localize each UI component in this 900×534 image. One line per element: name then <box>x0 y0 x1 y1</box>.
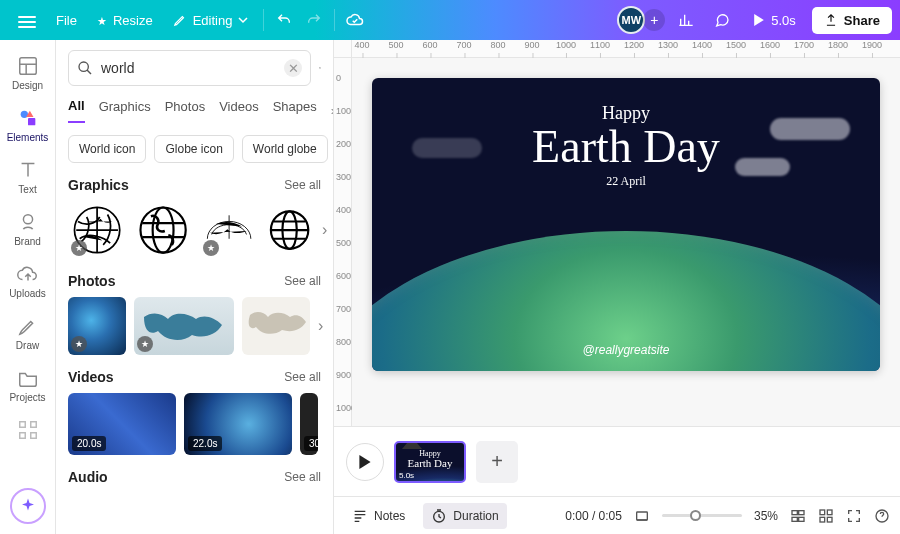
search-icon <box>77 60 93 76</box>
duration-button[interactable]: Duration <box>423 503 506 529</box>
slide-text-line2[interactable]: Earth Day <box>372 124 880 170</box>
rail-elements[interactable]: Elements <box>0 100 55 150</box>
menu-button[interactable] <box>8 7 46 33</box>
editing-mode-button[interactable]: Editing <box>163 7 259 34</box>
file-menu[interactable]: File <box>46 7 87 34</box>
canvas-stage[interactable]: Happy Earth Day 22 April @reallygreatsit… <box>352 58 900 426</box>
tab-photos[interactable]: Photos <box>165 99 205 122</box>
rail-brand[interactable]: Brand <box>0 204 55 254</box>
rail-uploads[interactable]: Uploads <box>0 256 55 306</box>
graphic-item[interactable] <box>266 201 314 259</box>
rail-apps[interactable] <box>0 412 55 448</box>
section-photos-title: Photos <box>68 273 115 289</box>
svg-rect-22 <box>799 517 804 521</box>
help-icon[interactable] <box>874 508 890 524</box>
premium-badge-icon: ★ <box>71 336 87 352</box>
search-box[interactable]: ✕ <box>68 50 311 86</box>
world-map-light-icon <box>242 297 310 355</box>
analytics-button[interactable] <box>671 5 701 35</box>
rail-draw[interactable]: Draw <box>0 308 55 358</box>
clock-icon <box>431 508 447 524</box>
video-item[interactable]: 22.0s <box>184 393 292 455</box>
notes-button[interactable]: Notes <box>344 503 413 529</box>
cloud-sync-button[interactable] <box>340 5 370 35</box>
zoom-slider[interactable] <box>662 514 742 517</box>
upload-icon <box>824 13 838 27</box>
svg-point-3 <box>23 215 32 224</box>
timeline-clip[interactable]: Happy Earth Day 5.0s <box>394 441 466 483</box>
graphic-item[interactable]: ★ <box>200 201 258 259</box>
add-collaborator-button[interactable]: + <box>643 9 665 31</box>
chip-globe-icon[interactable]: Globe icon <box>154 135 233 163</box>
rail-text[interactable]: Text <box>0 152 55 202</box>
add-page-button[interactable]: + <box>476 441 518 483</box>
clear-search-button[interactable]: ✕ <box>284 59 302 77</box>
user-avatar[interactable]: MW <box>617 6 645 34</box>
grid-view-icon[interactable] <box>790 508 806 524</box>
video-item[interactable]: 20.0s <box>68 393 176 455</box>
undo-button[interactable] <box>269 5 299 35</box>
audio-see-all[interactable]: See all <box>284 470 321 484</box>
bottom-bar: Notes Duration 0:00 / 0:05 35% <box>334 496 900 534</box>
notes-icon <box>352 508 368 524</box>
present-button[interactable]: 5.0s <box>743 8 806 33</box>
pencil-icon <box>173 13 187 27</box>
timeline-play-button[interactable] <box>346 443 384 481</box>
svg-rect-2 <box>28 118 35 125</box>
rail-design[interactable]: Design <box>0 48 55 98</box>
tab-graphics[interactable]: Graphics <box>99 99 151 122</box>
video-item[interactable]: 30 <box>300 393 318 455</box>
zoom-value: 35% <box>754 509 778 523</box>
timeline: Happy Earth Day 5.0s + <box>334 426 900 496</box>
pages-icon[interactable] <box>634 508 650 524</box>
photo-item[interactable]: ★ <box>68 297 126 355</box>
photos-scroll-right[interactable]: › <box>318 317 323 335</box>
draw-icon <box>17 315 39 337</box>
slide-text-line3[interactable]: 22 April <box>372 174 880 189</box>
tab-videos[interactable]: Videos <box>219 99 259 122</box>
filter-icon[interactable] <box>319 57 321 79</box>
resize-button[interactable]: Resize <box>87 7 163 34</box>
apps-icon <box>17 419 39 441</box>
photo-item[interactable]: ★ <box>134 297 234 355</box>
svg-rect-24 <box>827 510 832 515</box>
photo-item[interactable] <box>242 297 310 355</box>
premium-badge-icon: ★ <box>203 240 219 256</box>
ruler-horizontal: 4005006007008009001000110012001300140015… <box>352 40 900 58</box>
graphics-scroll-right[interactable]: › <box>322 221 327 239</box>
suggestion-chips: World icon Globe icon World globe › <box>68 135 321 163</box>
video-duration: 30 <box>304 436 318 451</box>
svg-rect-20 <box>799 510 804 514</box>
photos-see-all[interactable]: See all <box>284 274 321 288</box>
globe-outline-icon <box>137 204 189 256</box>
cloud-check-icon <box>346 11 364 29</box>
canvas-area: 4005006007008009001000110012001300140015… <box>334 40 900 534</box>
graphic-item[interactable]: ★ <box>68 201 126 259</box>
chevron-down-icon <box>238 15 248 25</box>
rail-projects[interactable]: Projects <box>0 360 55 410</box>
videos-see-all[interactable]: See all <box>284 370 321 384</box>
svg-rect-26 <box>827 517 832 522</box>
chip-world-icon[interactable]: World icon <box>68 135 146 163</box>
tab-all[interactable]: All <box>68 98 85 123</box>
section-videos-title: Videos <box>68 369 114 385</box>
magic-button[interactable] <box>10 488 46 524</box>
slide[interactable]: Happy Earth Day 22 April @reallygreatsit… <box>372 78 880 371</box>
slide-handle-text[interactable]: @reallygreatsite <box>372 343 880 357</box>
fullscreen-icon[interactable] <box>846 508 862 524</box>
svg-rect-21 <box>792 517 797 521</box>
share-button[interactable]: Share <box>812 7 892 34</box>
graphics-see-all[interactable]: See all <box>284 178 321 192</box>
video-duration: 20.0s <box>72 436 106 451</box>
brand-icon <box>17 211 39 233</box>
redo-icon <box>306 12 322 28</box>
hamburger-icon <box>18 13 36 27</box>
search-input[interactable] <box>101 60 276 76</box>
comment-button[interactable] <box>707 5 737 35</box>
chip-world-globe[interactable]: World globe <box>242 135 328 163</box>
shapes-icon <box>17 107 39 129</box>
graphic-item[interactable] <box>134 201 192 259</box>
thumbnail-view-icon[interactable] <box>818 508 834 524</box>
redo-button[interactable] <box>299 5 329 35</box>
tab-shapes[interactable]: Shapes <box>273 99 317 122</box>
